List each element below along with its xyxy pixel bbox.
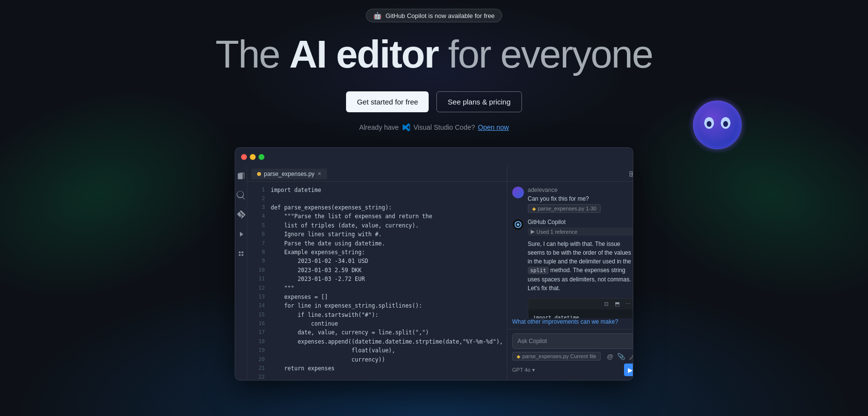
vscode-prefix: Already have (359, 123, 399, 131)
code-line: 22 (247, 373, 507, 380)
tab-close-icon[interactable]: ✕ (317, 171, 321, 176)
chat-new-icon[interactable]: ⊞ (627, 169, 633, 179)
sidebar-icon-files[interactable] (235, 170, 247, 182)
sidebar-icon-extensions[interactable] (235, 248, 247, 260)
svg-point-6 (723, 121, 728, 127)
code-block-content: import datetimedef parse_expenses(expens… (528, 310, 633, 319)
vscode-icon (402, 123, 411, 132)
main-content: 🤖 GitHub Copilot is now available for fr… (0, 0, 868, 381)
get-started-button[interactable]: Get started for free (346, 91, 429, 112)
title-bar (235, 148, 633, 166)
code-line: 13 expenses = [] (247, 293, 507, 301)
copilot-mascot (688, 95, 746, 155)
input-file-tag[interactable]: ◆ parse_expenses.py Current file (512, 352, 601, 361)
input-icons: @ 📎 🎤 (607, 353, 633, 360)
hero-title-plain: The (215, 33, 289, 76)
send-button[interactable]: ▶ (624, 364, 633, 376)
chat-panel: ⊞ adelevance Can you fix this for me? ◆ … (507, 166, 633, 380)
chat-messages: adelevance Can you fix this for me? ◆ pa… (507, 182, 633, 318)
announcement-text: GitHub Copilot is now available for free (385, 12, 495, 19)
chat-header: ⊞ (507, 166, 633, 182)
sidebar (235, 166, 247, 380)
code-block-header: ⊡ ⬒ ⋯ (528, 299, 633, 310)
hero-title-end: for everyone (438, 33, 653, 76)
code-line: 14 for line in expenses_string.splitline… (247, 301, 507, 310)
model-name: GPT 4o (512, 367, 531, 373)
vscode-open-link[interactable]: Open now (478, 123, 509, 131)
copilot-icon: 🤖 (373, 12, 382, 19)
hero-title: The AI editor for everyone (215, 33, 652, 76)
code-line: 3def parse_expenses(expenses_string): (247, 203, 507, 212)
follow-up-question[interactable]: What other improvements can we make? (507, 318, 633, 329)
cta-buttons: Get started for free See plans & pricing (346, 91, 521, 112)
copilot-message: GitHub Copilot ▶ Used 1 reference Sure, … (512, 219, 633, 318)
code-area[interactable]: 1import datetime23def parse_expenses(exp… (247, 182, 507, 380)
message-content: adelevance Can you fix this for me? ◆ pa… (528, 187, 601, 213)
announcement-badge[interactable]: 🤖 GitHub Copilot is now available for fr… (366, 9, 502, 22)
tab-bar: parse_expenses.py ✕ (247, 166, 507, 182)
code-line: 4 """Parse the list of expenses and retu… (247, 212, 507, 221)
sidebar-icon-search[interactable] (235, 190, 247, 201)
input-toolbar: ◆ parse_expenses.py Current file @ 📎 🎤 (512, 352, 633, 361)
user-avatar (512, 187, 524, 198)
code-line: 9 2023-01-02 -34.01 USD (247, 257, 507, 265)
user-question: Can you fix this for me? (528, 195, 601, 202)
code-line: 20 currency)) (247, 355, 507, 364)
sidebar-icon-run[interactable] (235, 228, 247, 240)
editor-container: parse_expenses.py ✕ 1import datetime23de… (235, 147, 633, 381)
copy-icon[interactable]: ⊡ (604, 301, 611, 308)
editor-tab[interactable]: parse_expenses.py ✕ (251, 169, 327, 179)
chevron-down-icon: ▾ (532, 367, 535, 373)
paperclip-icon[interactable]: 📎 (617, 353, 625, 360)
file-reference: ◆ parse_expenses.py 1-30 (528, 204, 601, 213)
code-line: 5 list of triples (date, value, currency… (247, 221, 507, 230)
svg-point-5 (707, 121, 712, 127)
minimize-dot (250, 154, 256, 160)
tab-filename: parse_expenses.py (264, 171, 314, 177)
code-line: 8 Example expenses_string: (247, 248, 507, 257)
reference-tag[interactable]: ▶ Used 1 reference (528, 227, 633, 236)
vscode-link-container: Already have Visual Studio Code? Open no… (359, 123, 509, 132)
copilot-name: GitHub Copilot (528, 219, 633, 225)
at-icon[interactable]: @ (607, 353, 613, 360)
input-file-tag-text: parse_expenses.py Current file (522, 353, 596, 359)
model-selector[interactable]: GPT 4o ▾ (512, 367, 536, 373)
mic-icon[interactable]: 🎤 (629, 353, 633, 360)
editor-body: parse_expenses.py ✕ 1import datetime23de… (235, 166, 633, 380)
chat-input-area: Ask Copilot ◆ parse_expenses.py Current … (507, 329, 633, 380)
message-author: adelevance (528, 187, 601, 193)
code-line: 18 expenses.append((datetime.datetime.st… (247, 337, 507, 346)
code-line: 10 2023-01-03 2.59 DKK (247, 266, 507, 275)
code-line: 11 2023-01-03 -2.72 EUR (247, 275, 507, 283)
copilot-content: GitHub Copilot ▶ Used 1 reference Sure, … (528, 219, 633, 318)
more-icon[interactable]: ⋯ (625, 301, 632, 308)
reference-text: Used 1 reference (537, 229, 577, 235)
code-line: 12 """ (247, 284, 507, 293)
code-line: 7 Parse the date using datetime. (247, 239, 507, 248)
code-block-line: import datetime (533, 313, 631, 319)
see-plans-button[interactable]: See plans & pricing (436, 91, 521, 112)
sidebar-icon-git[interactable] (235, 209, 247, 221)
chevron-icon: ▶ (531, 228, 535, 235)
insert-icon[interactable]: ⬒ (615, 301, 622, 308)
copilot-response: Sure, I can help with that. The issue se… (528, 240, 633, 293)
code-line: 21 return expenses (247, 364, 507, 373)
chat-input-box[interactable]: Ask Copilot (512, 333, 633, 349)
maximize-dot (259, 154, 264, 160)
copilot-avatar (512, 219, 524, 230)
code-line: 17 date, value, currency = line.split(",… (247, 328, 507, 337)
input-left: ◆ parse_expenses.py Current file (512, 352, 601, 361)
user-message: adelevance Can you fix this for me? ◆ pa… (512, 187, 633, 213)
svg-point-0 (517, 223, 519, 225)
code-editor: parse_expenses.py ✕ 1import datetime23de… (247, 166, 507, 380)
vscode-product: Visual Studio Code? (414, 123, 475, 131)
code-line: 15 if line.startswith("#"): (247, 311, 507, 319)
file-ref-text: parse_expenses.py 1-30 (538, 206, 596, 211)
inline-code: split (528, 267, 549, 274)
code-line: 6 Ignore lines starting with #. (247, 230, 507, 239)
code-block: ⊡ ⬒ ⋯ import datetimedef parse_expenses(… (528, 298, 633, 319)
hero-title-bold: AI editor (289, 33, 438, 76)
tab-dot (257, 172, 261, 176)
code-line: 16 continue (247, 319, 507, 328)
code-line: 19 float(value), (247, 346, 507, 355)
